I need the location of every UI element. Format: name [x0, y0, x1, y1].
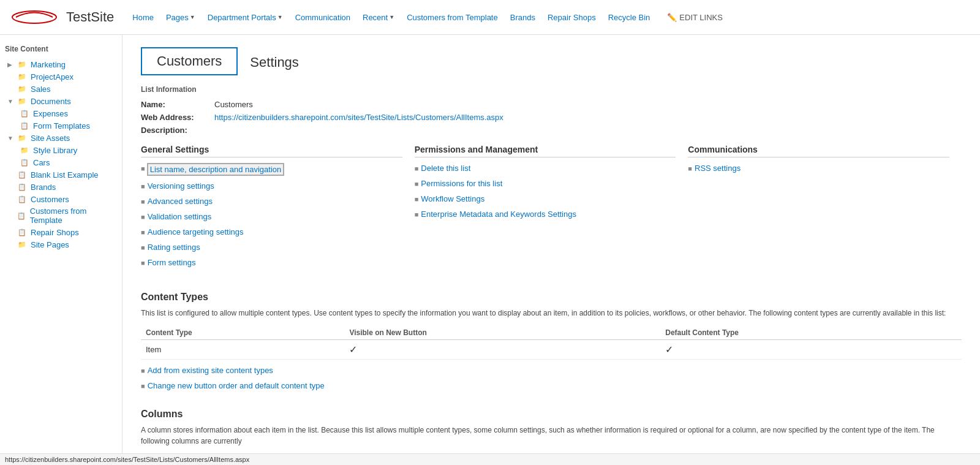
content-area: Customers Settings List Information Name… — [123, 35, 980, 464]
change-button-order-item: ■ Change new button order and default co… — [141, 381, 962, 390]
statusbar-url: https://citizenbuilders.sharepoint.com/s… — [5, 456, 249, 463]
sidebar-link-blank-list-example[interactable]: Blank List Example — [31, 170, 99, 180]
bullet: ■ — [415, 211, 419, 218]
sidebar-item-style-library[interactable]: 📁 Style Library — [5, 144, 117, 156]
web-address-row: Web Address: https://citizenbuilders.sha… — [141, 113, 962, 122]
folder-icon: 📁 — [17, 59, 27, 69]
sidebar-item-site-assets[interactable]: ▼ 📁 Site Assets — [5, 132, 117, 144]
list-info-title: List Information — [141, 85, 962, 94]
sidebar: Site Content ▶ 📁 Marketing 📁 ProjectApex… — [0, 35, 123, 464]
nav-home[interactable]: Home — [126, 9, 160, 26]
nav-repair-shops[interactable]: Repair Shops — [541, 9, 602, 26]
change-button-order-link[interactable]: Change new button order and default cont… — [148, 381, 325, 390]
sidebar-link-expenses[interactable]: Expenses — [33, 109, 68, 118]
nav-communication[interactable]: Communication — [289, 9, 356, 26]
web-address-link[interactable]: https://citizenbuilders.sharepoint.com/s… — [214, 113, 503, 122]
tab-settings[interactable]: Settings — [240, 50, 309, 75]
list-icon: 📋 — [20, 157, 29, 167]
delete-list-link[interactable]: Delete this list — [421, 164, 470, 173]
expand-documents[interactable]: ▼ — [7, 98, 13, 105]
nav-pages[interactable]: Pages ▼ — [160, 9, 202, 26]
dept-portals-dropdown-arrow: ▼ — [277, 14, 283, 20]
name-label: Name: — [141, 100, 214, 109]
description-row: Description: — [141, 126, 962, 135]
sidebar-link-cars[interactable]: Cars — [33, 158, 50, 167]
add-from-existing-link[interactable]: Add from existing site content types — [148, 366, 273, 375]
col-content-type: Content Type — [141, 326, 344, 340]
sidebar-item-brands[interactable]: 📋 Brands — [5, 181, 117, 193]
sidebar-link-customers-from-template[interactable]: Customers from Template — [30, 206, 117, 225]
bullet: ■ — [141, 183, 145, 190]
nav-department-portals[interactable]: Department Portals ▼ — [202, 9, 289, 26]
sidebar-link-form-templates[interactable]: Form Templates — [33, 121, 90, 130]
nav-edit-links[interactable]: ✏️ EDIT LINKS — [661, 9, 729, 26]
sidebar-link-customers[interactable]: Customers — [31, 195, 69, 204]
sidebar-link-site-assets[interactable]: Site Assets — [31, 134, 70, 143]
expand-marketing[interactable]: ▶ — [7, 61, 13, 68]
sidebar-link-style-library[interactable]: Style Library — [33, 146, 77, 155]
sidebar-item-cars[interactable]: 📋 Cars — [5, 156, 117, 168]
expand-site-assets[interactable]: ▼ — [7, 135, 13, 142]
sidebar-link-projectapex[interactable]: ProjectApex — [31, 72, 74, 81]
columns-title: Columns — [141, 409, 962, 420]
content-type-name[interactable]: Item — [141, 340, 344, 360]
sidebar-link-sales[interactable]: Sales — [31, 85, 51, 94]
versioning-link[interactable]: Versioning settings — [148, 181, 214, 191]
advanced-link[interactable]: Advanced settings — [148, 197, 213, 206]
folder-icon: 📁 — [20, 145, 29, 155]
sidebar-link-documents[interactable]: Documents — [31, 97, 71, 106]
form-link[interactable]: Form settings — [148, 258, 196, 267]
workflow-link[interactable]: Workflow Settings — [421, 194, 484, 203]
site-title: TestSite — [66, 9, 114, 25]
audience-link[interactable]: Audience targeting settings — [148, 227, 244, 236]
permissions-title: Permissions and Management — [415, 145, 676, 157]
bullet: ■ — [141, 229, 145, 236]
bullet: ■ — [141, 382, 145, 390]
rating-link[interactable]: Rating settings — [148, 243, 200, 252]
general-link-2: ■ Advanced settings — [141, 197, 402, 206]
nav-brands[interactable]: Brands — [504, 9, 541, 26]
columns-section: Columns A column stores information abou… — [141, 409, 962, 447]
bullet: ■ — [688, 165, 692, 172]
sidebar-item-repair-shops[interactable]: 📋 Repair Shops — [5, 226, 117, 238]
content-types-desc: This list is configured to allow multipl… — [141, 308, 962, 319]
sidebar-link-brands[interactable]: Brands — [31, 183, 56, 192]
list-icon: 📋 — [20, 121, 29, 130]
main-layout: Site Content ▶ 📁 Marketing 📁 ProjectApex… — [0, 35, 980, 464]
bullet: ■ — [141, 213, 145, 221]
sidebar-link-site-pages[interactable]: Site Pages — [31, 240, 69, 249]
sidebar-item-projectapex[interactable]: 📁 ProjectApex — [5, 70, 117, 83]
communications-title: Communications — [688, 145, 949, 157]
sidebar-item-marketing[interactable]: ▶ 📁 Marketing — [5, 58, 117, 70]
general-link-1: ■ Versioning settings — [141, 181, 402, 191]
content-types-section: Content Types This list is configured to… — [141, 292, 962, 390]
sidebar-item-documents[interactable]: ▼ 📁 Documents — [5, 95, 117, 107]
settings-grid: General Settings ■ List name, descriptio… — [141, 145, 962, 273]
permissions-link[interactable]: Permissions for this list — [421, 179, 502, 188]
sidebar-item-site-pages[interactable]: 📁 Site Pages — [5, 238, 117, 251]
tab-customers[interactable]: Customers — [141, 47, 238, 75]
list-info-section: List Information Name: Customers Web Add… — [141, 85, 962, 135]
sidebar-link-repair-shops[interactable]: Repair Shops — [31, 228, 79, 237]
sidebar-item-customers-from-template[interactable]: 📋 Customers from Template — [5, 205, 117, 226]
nav-recycle-bin[interactable]: Recycle Bin — [602, 9, 657, 26]
sidebar-item-form-templates[interactable]: 📋 Form Templates — [5, 119, 117, 132]
rss-link[interactable]: RSS settings — [695, 164, 741, 173]
perm-link-0: ■ Delete this list — [415, 164, 676, 173]
name-value: Customers — [214, 100, 253, 109]
bullet: ■ — [141, 198, 145, 205]
nav-customers-from-template[interactable]: Customers from Template — [401, 9, 504, 26]
sidebar-item-sales[interactable]: 📁 Sales — [5, 83, 117, 95]
enterprise-metadata-link[interactable]: Enterprise Metadata and Keywords Setting… — [421, 210, 576, 219]
sidebar-link-marketing[interactable]: Marketing — [31, 60, 66, 69]
folder-icon: 📁 — [17, 72, 27, 81]
checkmark-icon: ✓ — [665, 344, 673, 355]
nav-recent[interactable]: Recent ▼ — [356, 9, 401, 26]
sidebar-item-expenses[interactable]: 📋 Expenses — [5, 107, 117, 119]
site-logo — [10, 5, 59, 29]
list-name-nav-link[interactable]: List name, description and navigation — [148, 164, 284, 175]
sidebar-item-customers[interactable]: 📋 Customers — [5, 193, 117, 205]
validation-link[interactable]: Validation settings — [148, 212, 212, 221]
list-icon: 📋 — [17, 211, 26, 221]
sidebar-item-blank-list-example[interactable]: 📋 Blank List Example — [5, 168, 117, 181]
